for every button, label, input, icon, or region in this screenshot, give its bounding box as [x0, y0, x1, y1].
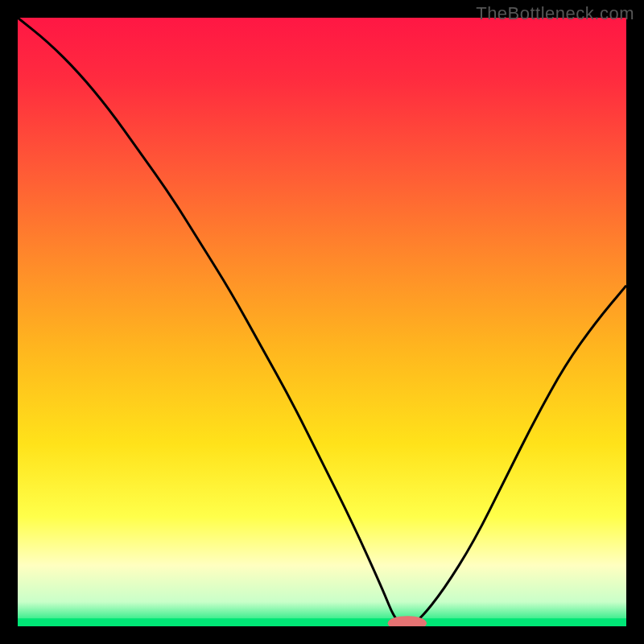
watermark-text: TheBottleneck.com	[476, 3, 634, 24]
chart-svg	[18, 18, 626, 626]
bottleneck-chart	[18, 18, 626, 626]
chart-frame: TheBottleneck.com	[0, 0, 644, 644]
baseline-strip	[18, 618, 626, 626]
